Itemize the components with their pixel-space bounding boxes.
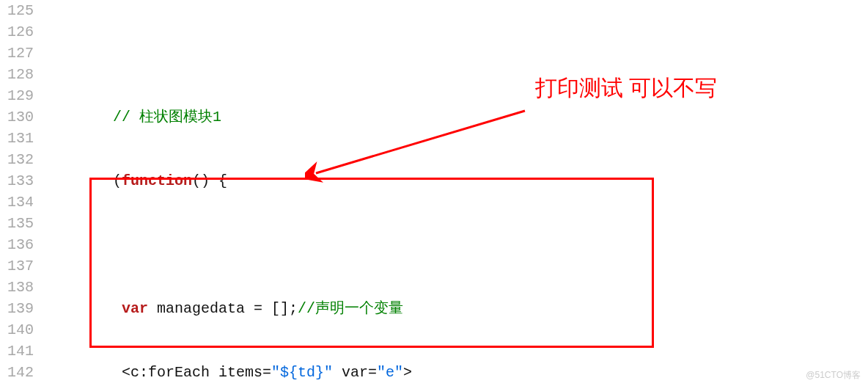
watermark: @51CTO博客 [806, 369, 861, 382]
annotation-text: 打印测试 可以不写 [535, 73, 717, 103]
code-line [43, 234, 868, 255]
code-area: // 柱状图模块1 (function() { var managedata =… [43, 0, 868, 386]
line-number: 136 [0, 234, 34, 255]
line-number: 133 [0, 170, 34, 192]
line-number: 127 [0, 43, 34, 64]
line-number: 135 [0, 213, 34, 234]
line-number: 132 [0, 149, 34, 170]
line-number-gutter: 125 126 127 128 129 130 131 132 133 134 … [0, 0, 43, 386]
code-line: var managedata = [];//声明一个变量 [43, 298, 868, 319]
line-number: 140 [0, 319, 34, 341]
code-editor: 125 126 127 128 129 130 131 132 133 134 … [0, 0, 868, 386]
line-number: 131 [0, 128, 34, 149]
line-number: 142 [0, 362, 34, 383]
line-number: 128 [0, 64, 34, 85]
line-number: 137 [0, 255, 34, 277]
line-number: 126 [0, 21, 34, 43]
line-number: 139 [0, 298, 34, 319]
line-number: 129 [0, 85, 34, 106]
code-line: <c:forEach items="${td}" var="e"> [43, 362, 868, 383]
code-line: // 柱状图模块1 [43, 106, 868, 128]
line-number: 138 [0, 277, 34, 298]
line-number: 141 [0, 341, 34, 362]
line-number: 125 [0, 0, 34, 21]
line-number: 130 [0, 106, 34, 128]
code-line: (function() { [43, 170, 868, 192]
code-line [43, 43, 868, 64]
line-number: 134 [0, 192, 34, 213]
